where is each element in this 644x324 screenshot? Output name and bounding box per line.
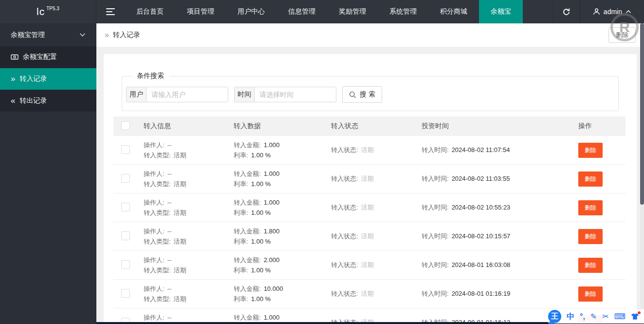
col-header-transfer-status: 转入状态 xyxy=(331,122,422,131)
nav-item-info[interactable]: 信息管理 xyxy=(276,0,327,23)
row-delete-button[interactable]: 删除 xyxy=(578,229,603,244)
nav-item-home[interactable]: 后台首页 xyxy=(125,0,175,23)
refresh-button[interactable] xyxy=(553,0,580,23)
user-filter-label: 用户 xyxy=(127,87,147,102)
cell-invest-time: 转入时间:2024-08-02 11:07:54 xyxy=(422,146,578,154)
cell-actions: 删除 xyxy=(578,286,626,302)
row-checkbox[interactable] xyxy=(121,260,130,269)
amount-label: 转入金额: xyxy=(234,256,261,264)
ime-punctuation-icon[interactable]: °, xyxy=(580,313,585,321)
rate-label: 利率: xyxy=(234,152,248,159)
type-label: 转入类型: xyxy=(144,267,171,274)
row-checkbox[interactable] xyxy=(121,174,130,183)
row-checkbox[interactable] xyxy=(121,289,130,298)
row-delete-button[interactable]: 删除 xyxy=(578,200,603,215)
time-value: 2024-08-01 16:03:08 xyxy=(452,261,511,268)
time-filter-input[interactable] xyxy=(255,87,336,102)
cell-transfer-info: 操作人:-- 转入类型:活期 xyxy=(144,140,234,160)
time-label: 转入时间: xyxy=(422,146,449,153)
amount-label: 转入金额: xyxy=(234,314,261,321)
cell-invest-time: 转入时间:2024-08-02 11:03:55 xyxy=(422,174,578,183)
ime-toolbar: 王 中 °, ✎ ✂ ⌨ ⚙ xyxy=(548,309,644,324)
search-panel: 条件搜索 用户 时间 搜 索 xyxy=(122,72,619,111)
ime-skin-tshirt-icon[interactable] xyxy=(631,313,639,320)
scrollbar-thumb[interactable] xyxy=(640,23,644,205)
rate-label: 利率: xyxy=(234,238,248,245)
table-row: 操作人:-- 转入类型:活期 转入金额:1.800 利率:1.00 % 转入状态… xyxy=(113,222,626,251)
sidebar-item-transfer-out-records[interactable]: « 转出记录 xyxy=(0,90,96,112)
chevron-up-icon xyxy=(626,10,631,14)
time-label: 转入时间: xyxy=(422,175,449,182)
ime-keyboard-icon[interactable]: ⌨ xyxy=(614,313,626,321)
nav-item-users[interactable]: 用户中心 xyxy=(226,0,276,23)
page-scrollbar[interactable] xyxy=(640,23,644,324)
amount-label: 转入金额: xyxy=(234,285,261,292)
col-header-transfer-data: 转入数据 xyxy=(234,122,331,131)
type-value: 活期 xyxy=(174,152,186,159)
select-all-checkbox[interactable] xyxy=(121,121,130,130)
search-button[interactable]: 搜 索 xyxy=(342,86,382,103)
main-nav: 后台首页 项目管理 用户中心 信息管理 奖励管理 系统管理 积分商城 余额宝 xyxy=(125,0,523,23)
ime-logo-letter: 王 xyxy=(551,312,558,321)
type-label: 转入类型: xyxy=(144,295,171,303)
page-title: 转入记录 xyxy=(113,31,140,39)
amount-label: 转入金额: xyxy=(234,170,261,177)
records-table: 转入信息 转入数据 转入状态 投资时间 操作 操作人:-- 转入类型:活期 xyxy=(113,116,626,324)
operator-value: -- xyxy=(167,314,172,321)
type-label: 转入类型: xyxy=(144,180,171,188)
time-filter-group: 时间 xyxy=(234,87,336,102)
nav-item-rewards[interactable]: 奖励管理 xyxy=(327,0,378,23)
rate-value: 1.00 % xyxy=(251,180,271,188)
table-row: 操作人:-- 转入类型:活期 转入金额:1.000 利率:1.00 % 转入状态… xyxy=(113,193,626,222)
rate-label: 利率: xyxy=(234,209,248,216)
sidebar-item-transfer-in-records[interactable]: » 转入记录 xyxy=(0,68,96,90)
sidebar-item-yuebao-config[interactable]: 余额宝配置 xyxy=(0,46,96,68)
operator-value: -- xyxy=(167,199,172,206)
operator-label: 操作人: xyxy=(144,199,165,206)
nav-item-yuebao[interactable]: 余额宝 xyxy=(479,0,523,23)
batch-delete-button[interactable]: 删除 xyxy=(608,27,636,43)
row-checkbox[interactable] xyxy=(121,203,130,211)
ime-logo-icon[interactable]: 王 xyxy=(548,310,561,323)
nav-item-projects[interactable]: 项目管理 xyxy=(175,0,226,23)
cell-actions: 删除 xyxy=(578,258,626,273)
amount-value: 2.000 xyxy=(264,256,280,264)
cell-transfer-data: 转入金额:1.000 利率:1.00 % xyxy=(234,198,331,217)
operator-value: -- xyxy=(167,170,172,177)
type-label: 转入类型: xyxy=(144,209,171,216)
ime-language-toggle-icon[interactable]: 中 xyxy=(567,313,574,321)
amount-label: 转入金额: xyxy=(234,228,261,235)
user-filter-input[interactable] xyxy=(147,87,228,102)
menu-collapse-icon[interactable] xyxy=(96,0,125,23)
row-delete-button[interactable]: 删除 xyxy=(578,172,603,187)
ime-screenshot-scissors-icon[interactable]: ✂ xyxy=(602,313,608,321)
type-label: 转入类型: xyxy=(144,238,171,245)
rate-value: 1.00 % xyxy=(251,152,271,159)
banknote-icon xyxy=(11,53,18,61)
row-checkbox[interactable] xyxy=(121,231,130,240)
user-menu[interactable]: admin xyxy=(580,0,644,23)
operator-label: 操作人: xyxy=(144,285,165,292)
nav-item-points-mall[interactable]: 积分商城 xyxy=(428,0,479,23)
status-label: 转入状态: xyxy=(331,232,358,240)
time-label: 转入时间: xyxy=(422,232,449,240)
cell-actions: 删除 xyxy=(578,143,626,158)
rate-value: 1.00 % xyxy=(251,295,271,303)
row-checkbox[interactable] xyxy=(121,145,130,154)
status-value: 活期 xyxy=(361,261,374,268)
row-delete-button[interactable]: 删除 xyxy=(578,258,603,273)
nav-item-system[interactable]: 系统管理 xyxy=(378,0,428,23)
status-label: 转入状态: xyxy=(331,146,358,153)
status-value: 活期 xyxy=(361,175,374,182)
time-value: 2024-08-01 01:16:19 xyxy=(452,290,511,297)
amount-label: 转入金额: xyxy=(234,199,261,206)
type-label: 转入类型: xyxy=(144,152,171,159)
row-delete-button[interactable]: 删除 xyxy=(578,286,603,302)
operator-label: 操作人: xyxy=(144,141,165,149)
ime-handwriting-pencil-icon[interactable]: ✎ xyxy=(590,313,597,321)
sidebar-item-label: 余额宝配置 xyxy=(23,53,57,61)
chevron-down-icon xyxy=(79,33,86,37)
rate-label: 利率: xyxy=(234,295,248,303)
row-delete-button[interactable]: 删除 xyxy=(578,143,603,158)
sidebar-group-yuebao-management[interactable]: 余额宝管理 xyxy=(0,23,96,46)
